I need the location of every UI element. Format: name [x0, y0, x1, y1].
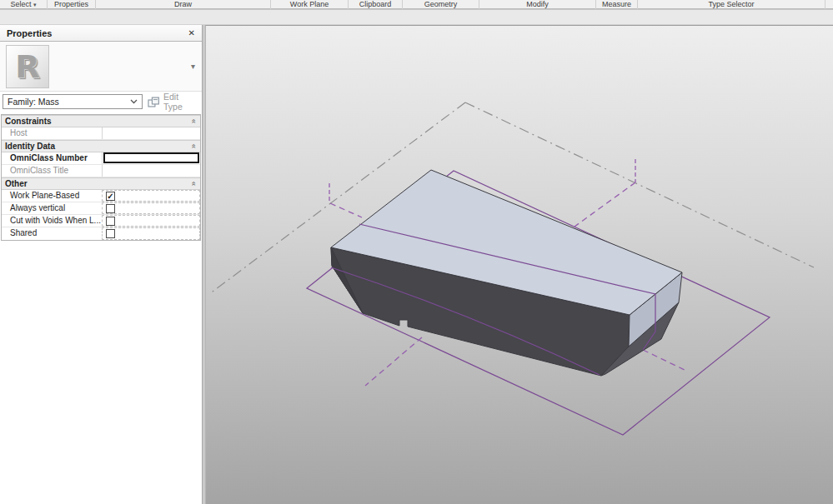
property-row-host: Host [2, 127, 200, 140]
shared-checkbox[interactable] [106, 229, 115, 238]
family-preview-image: R [6, 45, 49, 88]
3d-scene [206, 26, 833, 504]
always-vertical-cell [102, 202, 200, 214]
edit-type-button[interactable]: Edit Type [148, 92, 199, 112]
chevron-down-icon: ▾ [33, 2, 37, 7]
property-label: OmniClass Title [2, 165, 102, 177]
edit-type-label: Edit Type [163, 92, 199, 112]
revit-logo: R [15, 48, 39, 85]
type-selector-value: Family: Mass [8, 97, 130, 107]
collapse-icon[interactable]: » [190, 144, 198, 148]
omniclass-title-cell[interactable] [102, 165, 200, 177]
properties-palette: Properties ✕ R ▾ Family: Mass Edit Type … [0, 25, 203, 504]
collapse-icon[interactable]: » [190, 119, 198, 123]
ribbon-panel-measure[interactable]: Measure [596, 0, 638, 9]
section-header-other[interactable]: Other » [2, 177, 200, 190]
ribbon-panel-filler [825, 0, 833, 9]
property-label: Cut with Voids When L... [2, 215, 102, 227]
type-selector-combobox[interactable]: Family: Mass [3, 94, 143, 109]
always-vertical-checkbox[interactable] [106, 204, 115, 213]
chevron-down-icon [130, 99, 138, 104]
property-label: Work Plane-Based [2, 190, 102, 202]
property-grid: Constraints » Host Identity Data » OmniC… [1, 114, 201, 241]
ribbon-panel-geometry[interactable]: Geometry [403, 0, 479, 9]
section-header-constraints[interactable]: Constraints » [2, 115, 200, 127]
property-row-omniclass-title: OmniClass Title [2, 165, 200, 177]
ribbon-panel-select[interactable]: Select ▾ [0, 0, 48, 9]
property-row-cut-with-voids: Cut with Voids When L... [2, 215, 200, 227]
cut-with-voids-checkbox[interactable] [106, 217, 115, 226]
property-label: Always vertical [2, 202, 102, 214]
palette-title: Properties [7, 28, 188, 38]
property-row-omniclass-number: OmniClass Number [2, 152, 200, 165]
omniclass-number-cell[interactable] [102, 152, 200, 164]
shared-cell [102, 227, 200, 240]
type-preview-panel[interactable]: R ▾ [0, 42, 202, 92]
ribbon-panel-work-plane[interactable]: Work Plane [271, 0, 349, 9]
ribbon-panel-draw[interactable]: Draw [96, 0, 271, 9]
dashed-sketch-line-upper-right[interactable] [575, 182, 635, 227]
ribbon-panel-type-selector[interactable]: Type Selector [638, 0, 825, 9]
ribbon-panel-strip: Select ▾ Properties Draw Work Plane Clip… [0, 0, 833, 9]
work-plane-based-cell: ✓ [102, 190, 200, 202]
options-bar [0, 10, 833, 25]
close-icon[interactable]: ✕ [188, 28, 195, 37]
cut-with-voids-cell [102, 215, 200, 227]
omniclass-number-input[interactable] [103, 152, 199, 163]
ribbon-panel-properties[interactable]: Properties [48, 0, 96, 9]
edit-type-icon [148, 97, 160, 107]
ribbon-panel-clipboard[interactable]: Clipboard [349, 0, 403, 9]
property-row-work-plane-based: Work Plane-Based ✓ [2, 190, 200, 202]
3d-view-canvas[interactable] [205, 25, 833, 504]
property-label: OmniClass Number [2, 152, 102, 164]
preview-dropdown-icon[interactable]: ▾ [191, 62, 195, 71]
property-row-always-vertical: Always vertical [2, 202, 200, 215]
work-plane-based-checkbox[interactable]: ✓ [106, 192, 115, 201]
dashed-sketch-line-upper-left[interactable] [330, 203, 362, 217]
host-value-cell[interactable] [102, 127, 200, 139]
property-row-shared: Shared [2, 227, 200, 240]
property-label: Shared [2, 227, 102, 240]
dashed-sketch-line-lower-left[interactable] [365, 337, 422, 386]
dashed-sketch-line-lower-right[interactable] [643, 350, 685, 370]
palette-header[interactable]: Properties ✕ [0, 25, 202, 42]
property-label: Host [2, 127, 102, 139]
collapse-icon[interactable]: » [190, 182, 198, 186]
section-header-identity-data[interactable]: Identity Data » [2, 140, 200, 152]
ribbon-panel-modify[interactable]: Modify [479, 0, 596, 9]
